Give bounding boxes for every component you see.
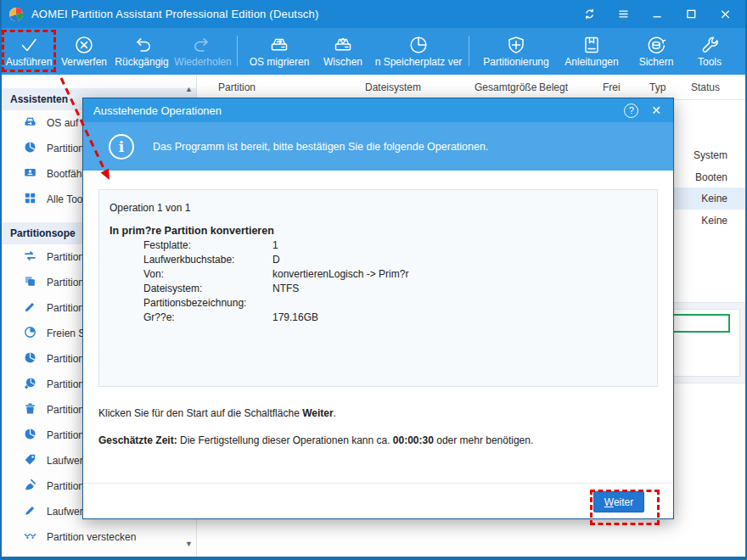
menu-icon[interactable] xyxy=(616,8,630,21)
toolbar-undo-button[interactable]: Rückgängig xyxy=(112,28,171,75)
table-header: PartitionDateisystemGesamtgrößeBelegtFre… xyxy=(199,75,747,100)
toolbar-label: OS migrieren xyxy=(250,56,310,68)
status-cell[interactable]: System xyxy=(694,144,727,166)
operation-list-box: Operation 1 von 1 In prim?re Partition k… xyxy=(98,189,658,387)
status-cell[interactable]: Keine xyxy=(701,188,727,210)
toolbar-label: n Speicherplatz ver xyxy=(375,56,463,68)
broom-icon xyxy=(24,479,37,494)
grid-icon xyxy=(24,192,37,207)
app-logo-icon xyxy=(8,7,24,22)
column-header-frei[interactable]: Frei xyxy=(603,75,621,100)
app-window: AOMEI Partition Assistant Professional E… xyxy=(0,0,747,560)
status-cell[interactable]: Keine xyxy=(701,210,727,232)
db-sync-icon xyxy=(645,34,667,56)
dialog-help-button[interactable]: ? xyxy=(624,104,638,118)
toolbar-label: Rückgängig xyxy=(115,56,168,68)
pie-icon xyxy=(24,141,37,156)
detail-value: konvertierenLogisch -> Prim?r xyxy=(272,267,647,282)
toolbar-allocate-space-button[interactable]: n Speicherplatz ver xyxy=(372,28,465,75)
toolbar-discard-button[interactable]: Verwerfen xyxy=(56,28,112,75)
dialog-info-banner: i Das Programm ist bereit, bitte bestäti… xyxy=(83,122,673,171)
operation-detail-row: Von:konvertierenLogisch -> Prim?r xyxy=(143,267,647,282)
disk-arrow-icon xyxy=(268,34,290,56)
status-cell[interactable]: Booten xyxy=(695,166,727,188)
toolbar-label: Anleitungen xyxy=(564,56,618,68)
undo-icon xyxy=(131,34,153,56)
operation-detail-row: Festplatte:1 xyxy=(143,238,647,253)
dialog-info-text: Das Programm ist bereit, bitte bestätige… xyxy=(153,141,488,153)
detail-label: Dateisystem: xyxy=(143,282,272,296)
pending-operations-dialog: Ausstehende Operationen ? ✕ i Das Progra… xyxy=(82,98,674,519)
toolbar-migrate-os-button[interactable]: OS migrieren xyxy=(244,28,314,75)
detail-value: D xyxy=(272,253,647,267)
hide-eye-icon xyxy=(24,529,37,545)
maximize-icon[interactable] xyxy=(684,8,698,21)
dialog-body: Operation 1 von 1 In prim?re Partition k… xyxy=(83,171,673,518)
dialog-estimate: Geschätzte Zeit: Die Fertigstellung dies… xyxy=(98,434,658,446)
toolbar-label: Tools xyxy=(698,56,722,68)
pie-icon xyxy=(24,351,37,367)
operation-detail-row: Dateisystem:NTFS xyxy=(143,282,647,296)
close-icon[interactable] xyxy=(718,8,732,21)
boot-media-icon xyxy=(24,166,37,182)
toolbar: AusführenVerwerfenRückgängigWiederholen … xyxy=(0,28,747,75)
toolbar-tools-button[interactable]: Tools xyxy=(686,28,733,75)
dialog-close-button[interactable]: ✕ xyxy=(651,104,661,117)
operation-detail-row: Laufwerkbuchstabe:D xyxy=(143,253,647,267)
column-header-status[interactable]: Status xyxy=(691,75,720,100)
toolbar-guides-button[interactable]: Anleitungen xyxy=(557,28,626,75)
dialog-titlebar[interactable]: Ausstehende Operationen ? ✕ xyxy=(83,98,673,122)
toolbar-group-disk: OS migrierenWischenn Speicherplatz ver xyxy=(244,28,465,75)
window-title: AOMEI Partition Assistant Professional E… xyxy=(31,8,319,20)
trash-icon xyxy=(24,402,37,417)
clock-pie-icon xyxy=(24,326,37,341)
info-icon: i xyxy=(109,134,134,160)
tag-icon xyxy=(24,453,37,468)
detail-label: Festplatte: xyxy=(143,238,272,253)
sidebar-scroll-up[interactable]: ▲ xyxy=(185,85,193,93)
sidebar-item-label: Partition xyxy=(47,480,84,492)
toolbar-partitioning-button[interactable]: Partitionierung xyxy=(475,28,557,75)
toolbar-backup-button[interactable]: Sichern xyxy=(626,28,686,75)
column-header-dateisystem[interactable]: Dateisystem xyxy=(365,75,421,100)
operation-title: In prim?re Partition konvertieren xyxy=(110,225,647,237)
operation-detail-row: Partitionsbezeichnung: xyxy=(143,296,647,311)
next-button-highlight-annotation xyxy=(590,490,660,525)
execute-highlight-annotation xyxy=(2,30,56,72)
toolbar-label: Sichern xyxy=(639,56,674,68)
minimize-icon[interactable] xyxy=(650,8,664,21)
toolbar-wipe-button[interactable]: Wischen xyxy=(314,28,372,75)
sidebar-item-label: Partition xyxy=(47,378,84,390)
sidebar-item-label: Partition verstecken xyxy=(47,531,136,543)
column-header-belegt[interactable]: Belegt xyxy=(539,75,568,100)
sidebar-item-partition-verstecken[interactable]: Partition verstecken xyxy=(2,524,196,550)
column-header-gesamtgröße[interactable]: Gesamtgröße xyxy=(475,75,536,100)
sidebar-item-label: Partition xyxy=(47,429,84,441)
titlebar: AOMEI Partition Assistant Professional E… xyxy=(0,0,747,28)
sidebar-scroll-down[interactable]: ▼ xyxy=(185,540,193,548)
pie-icon xyxy=(24,428,37,443)
sidebar-item-label: Partition xyxy=(47,353,84,365)
detail-label: Gr??e: xyxy=(143,311,272,325)
discard-icon xyxy=(73,34,95,56)
window-controls xyxy=(582,8,747,21)
redo-icon xyxy=(192,34,214,56)
wrench-icon xyxy=(699,34,721,56)
toolbar-separator xyxy=(469,36,469,66)
disk-arrow-mini-icon xyxy=(24,115,37,131)
operation-detail-row: Gr??e:179.16GB xyxy=(143,311,647,325)
detail-value: 1 xyxy=(272,238,647,253)
column-header-partition[interactable]: Partition xyxy=(218,75,256,100)
sidebar-item-label: Partition xyxy=(47,404,84,416)
toolbar-label: Wiederholen xyxy=(174,56,231,68)
pencil-icon xyxy=(24,504,37,519)
refresh-icon[interactable] xyxy=(582,8,596,21)
detail-value xyxy=(272,296,647,311)
detail-value: 179.16GB xyxy=(272,311,647,325)
dialog-controls: ? ✕ xyxy=(624,104,673,118)
pie-plus-icon xyxy=(24,377,37,392)
column-header-typ[interactable]: Typ xyxy=(649,75,666,100)
book-icon xyxy=(581,34,603,56)
toolbar-label: Wischen xyxy=(323,56,362,68)
copy-icon xyxy=(24,275,37,290)
